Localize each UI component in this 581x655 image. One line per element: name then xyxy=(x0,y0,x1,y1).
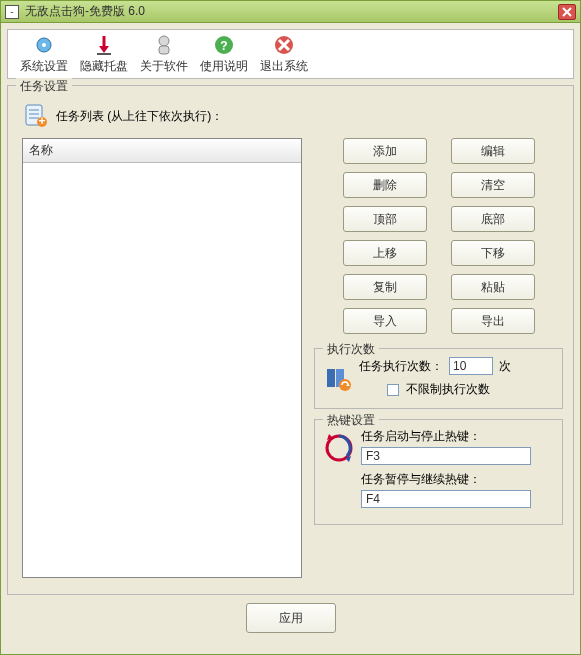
pause-resume-hotkey-input[interactable] xyxy=(361,490,531,508)
close-button[interactable] xyxy=(558,4,576,20)
help-icon: ? xyxy=(213,34,235,56)
task-list-icon: + xyxy=(22,102,50,130)
toolbar-label: 系统设置 xyxy=(20,58,68,75)
copy-button[interactable]: 复制 xyxy=(343,274,427,300)
column-header-name[interactable]: 名称 xyxy=(23,139,301,163)
app-window: - 无敌点击狗-免费版 6.0 系统设置 隐藏托盘 关于软件 ? xyxy=(0,0,581,655)
svg-point-3 xyxy=(42,43,46,47)
execution-count-group: 执行次数 任务执行次数： 次 xyxy=(314,348,563,409)
edit-button[interactable]: 编辑 xyxy=(451,138,535,164)
move-down-button[interactable]: 下移 xyxy=(451,240,535,266)
exit-icon xyxy=(273,34,295,56)
task-list-header: + 任务列表 (从上往下依次执行)： xyxy=(22,102,563,130)
hotkey-settings-group: 热键设置 任务启动与停止热键： 任务暂停与继续热键： xyxy=(314,419,563,525)
svg-point-7 xyxy=(159,36,169,46)
move-up-button[interactable]: 上移 xyxy=(343,240,427,266)
window-title: 无敌点击狗-免费版 6.0 xyxy=(25,3,558,20)
unlimited-checkbox[interactable] xyxy=(387,384,399,396)
add-button[interactable]: 添加 xyxy=(343,138,427,164)
exec-count-label: 任务执行次数： xyxy=(359,358,443,375)
titlebar: - 无敌点击狗-免费版 6.0 xyxy=(1,1,580,23)
toolbar-hide-tray[interactable]: 隐藏托盘 xyxy=(80,34,128,75)
exec-legend: 执行次数 xyxy=(323,341,379,358)
svg-text:?: ? xyxy=(220,39,227,53)
clear-button[interactable]: 清空 xyxy=(451,172,535,198)
hotkey-legend: 热键设置 xyxy=(323,412,379,429)
task-list[interactable]: 名称 xyxy=(22,138,302,578)
execution-icon xyxy=(323,363,353,393)
svg-text:+: + xyxy=(38,114,45,128)
top-button[interactable]: 顶部 xyxy=(343,206,427,232)
bottom-button[interactable]: 底部 xyxy=(451,206,535,232)
svg-rect-20 xyxy=(327,369,335,387)
task-list-title: 任务列表 (从上往下依次执行)： xyxy=(56,108,223,125)
start-stop-hotkey-label: 任务启动与停止热键： xyxy=(361,428,554,445)
system-menu-icon[interactable]: - xyxy=(5,5,19,19)
gear-icon xyxy=(33,34,55,56)
toolbar-about[interactable]: 关于软件 xyxy=(140,34,188,75)
toolbar-label: 退出系统 xyxy=(260,58,308,75)
paste-button[interactable]: 粘贴 xyxy=(451,274,535,300)
toolbar-label: 隐藏托盘 xyxy=(80,58,128,75)
toolbar: 系统设置 隐藏托盘 关于软件 ? 使用说明 退出系统 xyxy=(7,29,574,79)
toolbar-system-settings[interactable]: 系统设置 xyxy=(20,34,68,75)
import-button[interactable]: 导入 xyxy=(343,308,427,334)
task-group-legend: 任务设置 xyxy=(16,78,72,95)
close-icon xyxy=(562,7,572,17)
start-stop-hotkey-input[interactable] xyxy=(361,447,531,465)
toolbar-help[interactable]: ? 使用说明 xyxy=(200,34,248,75)
exec-count-input[interactable] xyxy=(449,357,493,375)
export-button[interactable]: 导出 xyxy=(451,308,535,334)
pause-resume-hotkey-label: 任务暂停与继续热键： xyxy=(361,471,554,488)
download-arrow-icon xyxy=(93,34,115,56)
apply-button[interactable]: 应用 xyxy=(246,603,336,633)
toolbar-label: 关于软件 xyxy=(140,58,188,75)
delete-button[interactable]: 删除 xyxy=(343,172,427,198)
toolbar-label: 使用说明 xyxy=(200,58,248,75)
about-icon xyxy=(153,34,175,56)
svg-marker-5 xyxy=(99,46,109,53)
svg-rect-8 xyxy=(159,46,169,54)
svg-point-22 xyxy=(339,379,351,391)
task-settings-group: 任务设置 + 任务列表 (从上往下依次执行)： 名称 添加 编辑 删除 清空 顶… xyxy=(7,85,574,595)
toolbar-exit[interactable]: 退出系统 xyxy=(260,34,308,75)
exec-count-suffix: 次 xyxy=(499,358,511,375)
unlimited-label: 不限制执行次数 xyxy=(406,382,490,396)
hotkey-icon xyxy=(323,432,355,464)
